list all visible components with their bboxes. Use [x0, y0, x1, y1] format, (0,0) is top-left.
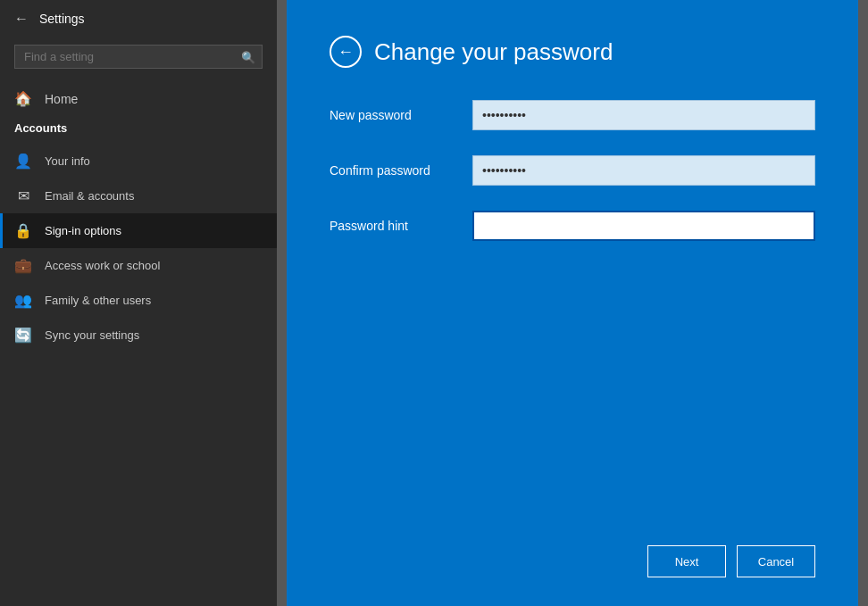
main-overlay: ← Change your password New password Conf… — [277, 0, 868, 606]
access-work-icon: 💼 — [14, 257, 32, 274]
sidebar-item-your-info[interactable]: 👤 Your info — [0, 144, 277, 178]
change-password-dialog: ← Change your password New password Conf… — [287, 0, 858, 606]
home-icon: 🏠 — [14, 90, 32, 107]
next-button[interactable]: Next — [647, 545, 726, 577]
confirm-password-label: Confirm password — [330, 163, 472, 178]
sign-in-icon: 🔒 — [14, 222, 32, 239]
confirm-password-row: Confirm password — [330, 155, 815, 186]
new-password-input[interactable] — [472, 100, 815, 130]
dialog-back-button[interactable]: ← — [330, 36, 362, 68]
confirm-password-input[interactable] — [472, 155, 815, 186]
search-input[interactable] — [14, 45, 263, 69]
email-accounts-icon: ✉ — [14, 187, 32, 204]
new-password-row: New password — [330, 100, 815, 130]
dialog-header: ← Change your password — [330, 36, 815, 68]
back-button[interactable]: ← — [14, 11, 29, 27]
search-bar-container: 🔍 — [0, 37, 277, 79]
sidebar-item-family-users[interactable]: 👥 Family & other users — [0, 283, 277, 318]
cancel-button[interactable]: Cancel — [737, 545, 815, 577]
sidebar-item-sync-settings[interactable]: 🔄 Sync your settings — [0, 318, 277, 353]
your-info-icon: 👤 — [14, 153, 32, 170]
dialog-back-icon: ← — [338, 43, 354, 62]
access-work-label: Access work or school — [45, 259, 160, 272]
new-password-label: New password — [330, 108, 472, 122]
sidebar-header: ← Settings — [0, 0, 277, 37]
dialog-footer: Next Cancel — [647, 545, 815, 577]
sync-label: Sync your settings — [45, 328, 139, 342]
accounts-section-label: Accounts — [0, 118, 277, 144]
sidebar-item-access-work[interactable]: 💼 Access work or school — [0, 248, 277, 283]
email-accounts-label: Email & accounts — [45, 189, 134, 203]
back-icon: ← — [14, 11, 29, 27]
password-hint-row: Password hint — [330, 211, 815, 241]
home-label: Home — [45, 92, 78, 106]
dialog-title: Change your password — [374, 38, 613, 66]
sign-in-label: Sign-in options — [45, 224, 121, 237]
family-label: Family & other users — [45, 294, 151, 307]
sidebar-item-home[interactable]: 🏠 Home — [0, 79, 277, 118]
password-hint-input[interactable] — [472, 211, 815, 241]
sidebar-title: Settings — [39, 12, 85, 26]
family-icon: 👥 — [14, 292, 32, 309]
sync-icon: 🔄 — [14, 327, 32, 344]
sidebar-item-sign-in-options[interactable]: 🔒 Sign-in options — [0, 213, 277, 248]
password-hint-label: Password hint — [330, 219, 472, 233]
your-info-label: Your info — [45, 154, 90, 168]
sidebar-item-email-accounts[interactable]: ✉ Email & accounts — [0, 178, 277, 213]
sidebar: ← Settings 🔍 🏠 Home Accounts 👤 Your info… — [0, 0, 277, 606]
